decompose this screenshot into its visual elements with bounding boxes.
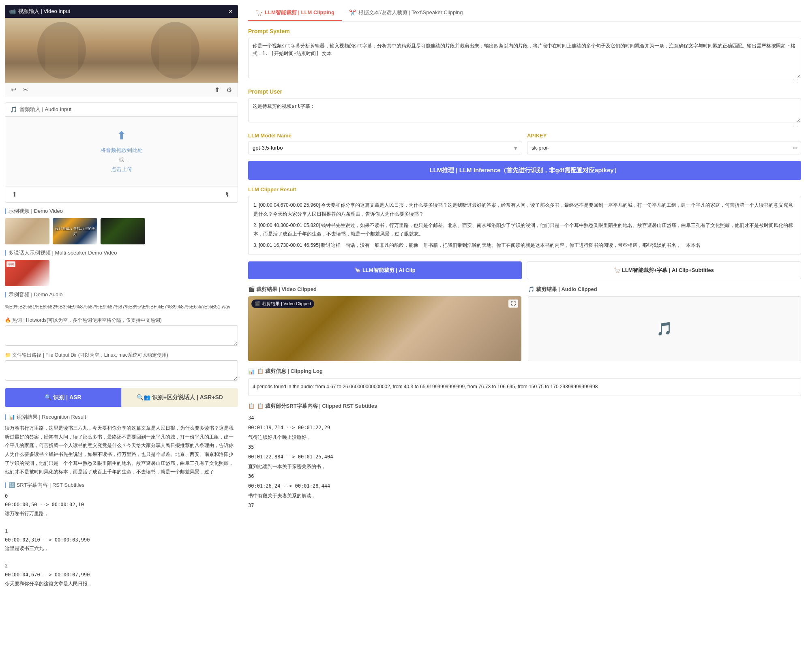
clipped-row: 🎬 裁剪结果 | Video Clipped 🎬 裁剪结果 | Video Cl… <box>248 286 801 361</box>
asr-btn[interactable]: 🔍 识别 | ASR <box>5 388 121 407</box>
demo-audio-section: 示例音频 | Demo Audio %E9%B2%81%E8%82%B3%E9%… <box>5 291 238 312</box>
llm-result-content: 1. [00:00:04,670-00:00:25,960] 今天要和你分享的这… <box>248 196 801 255</box>
video-controls-bar: ↩ ✂ ⬆ ⚙ <box>5 83 238 97</box>
demo-thumb-2[interactable]: 设计挑战：寻找万里的美好 <box>53 218 97 244</box>
demo-video-title-row: 示例视频 | Demo Video <box>5 208 238 215</box>
audio-input-section: 🎵 音频输入 | Audio Input ⬆ 将音频拖放到此处 - 或 - 点击… <box>5 102 238 203</box>
llm-result-para-1: 1. [00:00:04,670-00:00:25,960] 今天要和你分享的这… <box>253 201 796 218</box>
resize-dots-icon-2: ⋮⋮ <box>791 123 800 127</box>
clipped-rst-label-text: 📋 裁剪部分SRT字幕内容 | Clipped RST Subtitles <box>257 402 377 410</box>
model-select-wrapper: gpt-3.5-turbo gpt-4 gpt-4-turbo gpt-4o ▼ <box>248 141 522 154</box>
edit-icon[interactable]: ✏ <box>793 145 798 151</box>
camera-icon: 🎬 <box>255 301 260 306</box>
llm-inference-btn[interactable]: LLM推理 | LLM Inference（首先进行识别，非g4f需配置对应ap… <box>248 161 801 180</box>
speaker-demo-thumb[interactable]: 示例 <box>5 260 49 286</box>
section-bar-5 <box>5 482 6 488</box>
prompt-system-resize[interactable]: ⋮⋮ <box>248 79 801 82</box>
demo-video-thumbnails: 设计挑战：寻找万里的美好 <box>5 218 238 244</box>
demo-thumb-1[interactable] <box>5 218 49 244</box>
rst-line-6: 36 <box>248 471 801 481</box>
recognition-label: 📊 识别结果 | Recognition Result <box>9 413 86 421</box>
audio-upload-btn[interactable]: ⬆ <box>10 190 19 199</box>
audio-drop-zone[interactable]: ⬆ 将音频拖放到此处 - 或 - 点击上传 <box>5 117 238 186</box>
file-output-input[interactable] <box>5 360 238 381</box>
demo-thumb-2-text: 设计挑战：寻找万里的美好 <box>54 226 96 237</box>
file-output-label: 📁 文件输出路径 | File Output Dir (可以为空，Linux, … <box>5 352 238 359</box>
video-preview <box>5 18 238 83</box>
section-bar-2 <box>5 250 6 256</box>
demo-audio-title-row: 示例音频 | Demo Audio <box>5 291 238 298</box>
prompt-user-resize[interactable]: ⋮⋮ <box>248 124 801 126</box>
upload-video-btn[interactable]: ⬆ <box>213 85 221 94</box>
clipping-log-label-text: 📋 裁剪信息 | Clipping Log <box>257 368 323 375</box>
srt-label-row: 🔢 SRT字幕内容 | RST Subtitles <box>5 482 238 489</box>
clipped-rst-content: 34 00:01:19,714 --> 00:01:22,29 气得连续好几个晚… <box>248 413 801 510</box>
srt-content: 0 00:00:00,50 --> 00:00:02,10 读万卷书行万里路， … <box>5 492 238 589</box>
resize-dots-icon: ⋮⋮ <box>791 79 800 83</box>
srt-line-9: 00:00:04,670 --> 00:00:07,990 <box>5 571 238 580</box>
ai-clip-btn[interactable]: 🦙 LLM智能裁剪 | AI Clip <box>248 261 522 279</box>
apikey-label: APIKEY <box>527 133 801 139</box>
video-input-title: 视频输入 | Video Input <box>18 8 70 15</box>
hotwords-section: 🔥 热词 | Hotwords(可以为空，多个热词使用空格分隔，仅支持中文热词) <box>5 317 238 347</box>
prompt-user-textarea[interactable]: 这是待裁剪的视频srt字幕： <box>248 98 801 122</box>
prompt-user-section: Prompt User 这是待裁剪的视频srt字幕： ⋮⋮ <box>248 88 801 126</box>
tab-text-label: 根据文本\说话人裁剪 | Text\Speaker Clipping <box>358 9 463 16</box>
video-icon: 📹 <box>9 8 16 15</box>
rst-icon: 📋 <box>248 403 255 409</box>
llm-model-label: LLM Model Name <box>248 133 522 139</box>
llm-result-para-2: 2. [00:00:40,300-00:01:05,820] 钱钟书先生说过，如… <box>253 221 796 239</box>
srt-label: 🔢 SRT字幕内容 | RST Subtitles <box>9 482 84 489</box>
srt-line-10: 今天要和你分享的这篇文章是人民日报， <box>5 580 238 589</box>
right-panel: 🦙 LLM智能裁剪 | LLM Clipping ✂️ 根据文本\说话人裁剪 |… <box>243 0 806 672</box>
demo-video-title: 示例视频 | Demo Video <box>9 208 63 215</box>
srt-line-6: 这里是读书三六九， <box>5 544 238 553</box>
rst-line-4: 00:01:22,884 --> 00:01:25,404 <box>248 452 801 462</box>
upload-link[interactable]: 点击上传 <box>17 165 225 174</box>
llm-result-label: LLM Clipper Result <box>248 186 801 193</box>
asr-sd-btn[interactable]: 🔍👥 识别+区分说话人 | ASR+SD <box>121 388 238 407</box>
cut-btn[interactable]: ✂ <box>21 85 30 94</box>
undo-btn[interactable]: ↩ <box>9 85 18 94</box>
audio-filename: %E9%B2%81%E8%82%B3%E9%87%87%E9%87%87%E8%… <box>5 302 238 312</box>
recognition-section: 📊 识别结果 | Recognition Result 读万卷书行万里路，这里是… <box>5 413 238 477</box>
tab-text-speaker-clipping[interactable]: ✂️ 根据文本\说话人裁剪 | Text\Speaker Clipping <box>342 5 470 21</box>
settings-btn[interactable]: ⚙ <box>225 85 234 94</box>
rst-line-1: 00:01:19,714 --> 00:01:22,29 <box>248 423 801 432</box>
llm-result-section: LLM Clipper Result 1. [00:00:04,670-00:0… <box>248 186 801 255</box>
prompt-user-label: Prompt User <box>248 88 801 95</box>
apikey-input-wrapper: ✏ <box>527 141 801 154</box>
audio-clipped-col: 🎵 裁剪结果 | Audio Clipped 🎵 <box>528 286 801 361</box>
recognition-label-row: 📊 识别结果 | Recognition Result <box>5 413 238 421</box>
hotwords-label: 🔥 热词 | Hotwords(可以为空，多个热词使用空格分隔，仅支持中文热词) <box>5 317 238 324</box>
video-input-section: 📹 视频输入 | Video Input ✕ ↩ ✂ ⬆ ⚙ <box>5 5 238 97</box>
tab-llm-label: LLM智能裁剪 | LLM Clipping <box>265 9 334 16</box>
tab-llm-clipping[interactable]: 🦙 LLM智能裁剪 | LLM Clipping <box>248 5 342 21</box>
audio-icon: 🎵 <box>10 106 17 113</box>
hotwords-input[interactable] <box>5 325 238 346</box>
prompt-system-textarea[interactable]: 你是一个视频srt字幕分析剪辑器，输入视频的srt字幕，分析其中的精彩且尽可能连… <box>248 38 801 78</box>
section-bar-3 <box>5 292 6 297</box>
demo-thumb-3[interactable] <box>101 218 145 244</box>
audio-mic-btn[interactable]: 🎙 <box>223 190 233 199</box>
video-clipped-label-text: 🎬 裁剪结果 | Video Clipped <box>248 286 317 293</box>
video-close-btn[interactable]: ✕ <box>227 7 234 15</box>
llm-model-row: LLM Model Name gpt-3.5-turbo gpt-4 gpt-4… <box>248 133 801 154</box>
video-clipped-preview: 🎬 裁剪结果 | Video Clipped ⛶ <box>248 296 521 361</box>
drop-text: 将音频拖放到此处 <box>17 146 225 155</box>
apikey-col: APIKEY ✏ <box>527 133 801 154</box>
srt-line-7 <box>5 553 238 562</box>
clipped-rst-label: 📋 📋 裁剪部分SRT字幕内容 | Clipped RST Subtitles <box>248 402 801 410</box>
apikey-input[interactable] <box>527 141 801 154</box>
ai-clip-subtitle-btn[interactable]: 🦙 LLM智能裁剪+字幕 | AI Clip+Subtitles <box>527 261 801 279</box>
llm-result-para-3: 3. [00:01:16,730-00:01:46,595] 听过这样一句话，没… <box>253 241 796 250</box>
srt-section: 🔢 SRT字幕内容 | RST Subtitles 0 00:00:00,50 … <box>5 482 238 589</box>
video-preview-overlay <box>5 18 238 83</box>
audio-controls-bar: ⬆ 🎙 <box>5 186 238 202</box>
recognition-text: 读万卷书行万里路，这里是读书三六九，今天要和你分享的这篇文章是人民日报，为什么要… <box>5 424 238 477</box>
video-expand-btn[interactable]: ⛶ <box>508 300 518 308</box>
audio-clipped-label-text: 🎵 裁剪结果 | Audio Clipped <box>528 286 597 293</box>
rst-line-2: 气得连续好几个晚上没睡好， <box>248 432 801 442</box>
llm-model-select[interactable]: gpt-3.5-turbo gpt-4 gpt-4-turbo gpt-4o <box>248 141 522 154</box>
rst-line-3: 35 <box>248 442 801 452</box>
